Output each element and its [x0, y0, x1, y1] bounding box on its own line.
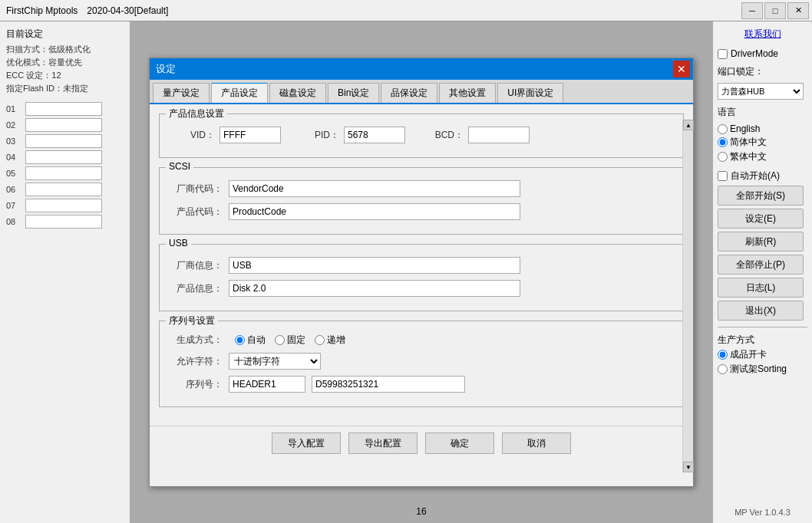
- slot-item: 05: [6, 166, 124, 180]
- left-panel: 目前设定 扫描方式：低级格式化 优化模式：容量优先 ECC 设定：12 指定Fl…: [0, 21, 130, 523]
- serial-number-row: 序列号：: [169, 376, 674, 393]
- pid-label: PID：: [293, 129, 339, 142]
- scsi-body: 厂商代码： 产品代码：: [160, 168, 683, 234]
- app-date: 2020-04-30[Default]: [87, 5, 168, 16]
- optimize-mode: 优化模式：容量优先: [6, 57, 124, 68]
- product-code-label: 产品代码：: [169, 206, 223, 219]
- start-all-button[interactable]: 全部开始(S): [718, 186, 804, 206]
- tab-mass-production[interactable]: 量产设定: [153, 83, 210, 103]
- lang-simplified-label: 简体中文: [730, 136, 767, 149]
- production-finished-row[interactable]: 成品开卡: [718, 348, 807, 361]
- bcd-group: BCD：: [418, 127, 530, 143]
- usb-product-input[interactable]: [229, 280, 520, 297]
- exit-button[interactable]: 退出(X): [718, 301, 804, 321]
- allow-chars-select[interactable]: 十进制字符 十六进制字符 字母数字: [229, 353, 321, 370]
- lang-simplified-row[interactable]: 简体中文: [718, 136, 807, 149]
- auto-start-checkbox[interactable]: [718, 171, 728, 181]
- tab-disk-settings[interactable]: 磁盘设定: [269, 83, 326, 103]
- tab-other-settings[interactable]: 其他设置: [439, 83, 496, 103]
- auto-start-row: 自动开始(A): [718, 169, 807, 183]
- dialog-scrollbar[interactable]: ▲ ▼: [682, 120, 693, 472]
- language-radio-group: English 简体中文 繁体中文: [718, 123, 807, 163]
- bcd-input[interactable]: [468, 127, 530, 143]
- tab-quality[interactable]: 品保设定: [381, 83, 437, 103]
- gen-fixed-input[interactable]: [275, 335, 285, 345]
- usb-body: 厂商信息： 产品信息：: [160, 245, 683, 311]
- production-sorting-label: 测试架Sorting: [730, 363, 787, 376]
- usb-vendor-label: 厂商信息：: [169, 259, 223, 272]
- stop-all-button[interactable]: 全部停止(P): [718, 255, 804, 275]
- gen-fixed-radio[interactable]: 固定: [275, 334, 305, 347]
- lang-english-radio[interactable]: [718, 124, 728, 134]
- slot-box: [25, 150, 102, 164]
- maximize-button[interactable]: □: [764, 2, 786, 19]
- slot-label: 05: [6, 169, 25, 178]
- production-title: 生产方式: [718, 334, 807, 347]
- serial-prefix-input[interactable]: [229, 376, 305, 393]
- lang-english-label: English: [730, 123, 760, 134]
- slot-box: [25, 102, 102, 116]
- pid-input[interactable]: [344, 127, 405, 143]
- scsi-title: SCSI: [166, 161, 193, 172]
- scroll-up-button[interactable]: ▲: [683, 120, 694, 130]
- production-section: 生产方式 成品开卡 测试架Sorting: [718, 327, 807, 379]
- lang-traditional-row[interactable]: 繁体中文: [718, 150, 807, 163]
- product-info-section: 产品信息设置 VID： PID：: [159, 113, 684, 158]
- language-label: 语言: [718, 106, 807, 119]
- product-code-input[interactable]: [229, 203, 520, 220]
- contact-us-link[interactable]: 联系我们: [718, 28, 807, 41]
- settings-dialog: 设定 ✕ 量产设定 产品设定 磁盘设定 Bin设定 品保设定 其他设置 UI界面…: [149, 58, 694, 487]
- cancel-button[interactable]: 取消: [502, 433, 571, 454]
- version-text: MP Ver 1.0.4.3: [718, 502, 807, 517]
- right-panel: 联系我们 DriverMode 端口锁定： 力普森HUB 语言 English …: [712, 21, 812, 523]
- log-button[interactable]: 日志(L): [718, 278, 804, 298]
- production-radio-group: 成品开卡 测试架Sorting: [718, 348, 807, 376]
- slot-item: 07: [6, 199, 124, 212]
- serial-value-input[interactable]: [312, 376, 465, 393]
- dialog-close-button[interactable]: ✕: [673, 61, 690, 77]
- driver-mode-label: DriverMode: [731, 48, 778, 59]
- gen-auto-input[interactable]: [235, 335, 245, 345]
- import-config-button[interactable]: 导入配置: [272, 433, 341, 454]
- pid-group: PID：: [293, 127, 405, 143]
- usb-section: USB 厂商信息： 产品信息：: [159, 244, 684, 311]
- window-controls[interactable]: ─ □ ✕: [741, 2, 809, 19]
- serial-label: 序列号：: [169, 378, 223, 391]
- refresh-button[interactable]: 刷新(R): [718, 232, 804, 252]
- minimize-button[interactable]: ─: [741, 2, 763, 19]
- lang-simplified-radio[interactable]: [718, 137, 728, 147]
- tab-product-settings[interactable]: 产品设定: [211, 83, 268, 103]
- port-lock-select[interactable]: 力普森HUB: [718, 83, 804, 100]
- allow-chars-row: 允许字符： 十进制字符 十六进制字符 字母数字: [169, 353, 674, 370]
- usb-product-label: 产品信息：: [169, 282, 223, 295]
- gen-auto-radio[interactable]: 自动: [235, 334, 266, 347]
- settings-button[interactable]: 设定(E): [718, 209, 804, 229]
- export-config-button[interactable]: 导出配置: [348, 433, 418, 454]
- usb-vendor-input[interactable]: [229, 257, 520, 274]
- scroll-down-button[interactable]: ▼: [683, 462, 694, 472]
- lang-english-row[interactable]: English: [718, 123, 807, 134]
- gen-increment-input[interactable]: [315, 335, 325, 345]
- app-close-button[interactable]: ✕: [787, 2, 809, 19]
- app-title: FirstChip Mptools: [6, 5, 78, 16]
- vendor-code-input[interactable]: [229, 180, 520, 197]
- slot-label: 04: [6, 153, 25, 162]
- slot-label: 02: [6, 120, 25, 130]
- slot-label: 06: [6, 185, 25, 194]
- lang-traditional-radio[interactable]: [718, 152, 728, 162]
- driver-mode-checkbox[interactable]: [718, 49, 728, 59]
- tab-bin-settings[interactable]: Bin设定: [328, 83, 379, 103]
- tab-ui-settings[interactable]: UI界面设定: [497, 83, 563, 103]
- gen-increment-radio[interactable]: 递增: [315, 334, 345, 347]
- production-sorting-radio[interactable]: [718, 364, 728, 374]
- product-info-title: 产品信息设置: [166, 107, 227, 120]
- production-finished-radio[interactable]: [718, 350, 728, 360]
- production-sorting-row[interactable]: 测试架Sorting: [718, 363, 807, 376]
- port-lock-label: 端口锁定：: [718, 65, 807, 78]
- lang-traditional-label: 繁体中文: [730, 150, 767, 163]
- title-bar: FirstChip Mptools 2020-04-30[Default] ─ …: [0, 0, 812, 21]
- ecc-setting: ECC 设定：12: [6, 70, 124, 81]
- vid-input[interactable]: [220, 127, 281, 143]
- ok-button[interactable]: 确定: [425, 433, 494, 454]
- slot-label: 07: [6, 201, 25, 210]
